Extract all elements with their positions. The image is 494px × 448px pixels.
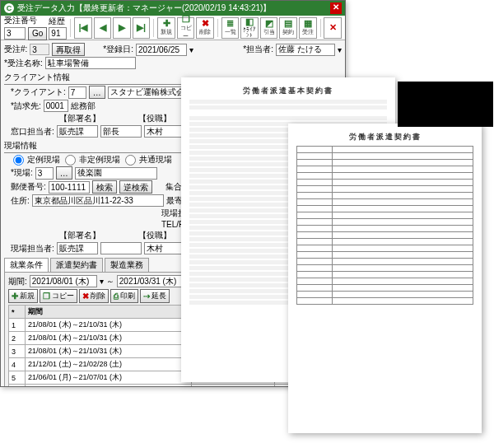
site-no-input[interactable]: [35, 167, 54, 180]
client-label: クライアント:: [11, 86, 66, 98]
table-cell[interactable]: 21/08/01 (木)～21/10/31 (木): [26, 332, 192, 345]
table-cell[interactable]: 6: [9, 385, 26, 387]
site-name-input2[interactable]: [144, 242, 185, 254]
role-col: 【役職】: [138, 113, 171, 124]
billto-label: 請求先:: [11, 100, 41, 112]
manager-label: 担当者:: [243, 44, 273, 55]
extend-icon: ⇢: [143, 292, 150, 301]
site-lookup-button[interactable]: …: [56, 166, 72, 180]
col-period[interactable]: 期間: [26, 306, 192, 319]
billto-no-input[interactable]: [44, 100, 68, 112]
site-name-input[interactable]: [75, 167, 157, 180]
site-type-a-radio[interactable]: [13, 155, 24, 166]
history-label: 経歴: [49, 16, 67, 27]
order-no-label: 受注番号: [4, 15, 47, 26]
client-no-input[interactable]: [68, 86, 86, 99]
table-cell[interactable]: 4: [9, 358, 26, 371]
grid-print-button[interactable]: ⎙印刷: [110, 289, 138, 303]
toolbar-close-button[interactable]: ✕: [324, 17, 342, 39]
contact-role-input[interactable]: [100, 125, 142, 138]
table-cell[interactable]: 2: [9, 332, 26, 345]
zip-search-button[interactable]: 検索: [92, 180, 117, 194]
order-no-value: 3: [30, 44, 49, 55]
dropdown-icon[interactable]: ▾: [338, 45, 342, 54]
site-label: 現場:: [11, 167, 33, 179]
reg-date-label: 登録日:: [103, 44, 133, 55]
nav-next-button[interactable]: ▶: [113, 17, 131, 39]
table-cell[interactable]: 5: [9, 371, 26, 385]
site-dept-col: 【部署名】: [59, 230, 100, 241]
site-type-b-label: 非定例現場: [79, 154, 120, 166]
order-no-input[interactable]: [4, 27, 26, 40]
table-cell[interactable]: 3: [9, 345, 26, 358]
grid-copy-button[interactable]: ❐コピー: [40, 289, 77, 303]
list-button[interactable]: ≣一覧: [221, 17, 240, 39]
site-role-input[interactable]: [100, 242, 142, 254]
calendar-icon-from[interactable]: ▾: [100, 277, 104, 286]
window-close-button[interactable]: ✕: [330, 2, 342, 14]
copy-icon: ❐: [43, 292, 50, 301]
nav-first-button[interactable]: |◀: [74, 17, 92, 39]
nav-last-button[interactable]: ▶|: [133, 17, 151, 39]
plus-icon: ✚: [12, 292, 18, 301]
date-to-input[interactable]: [117, 275, 184, 287]
reg-date-input[interactable]: [136, 44, 187, 56]
table-cell[interactable]: 21/08/01 (木)～21/10/31 (木): [26, 345, 192, 358]
delete-icon: ✖: [82, 292, 89, 301]
addr-input[interactable]: [32, 194, 164, 207]
plus-icon: ✚: [163, 19, 170, 28]
table-cell[interactable]: 1: [9, 319, 26, 332]
site-type-b-radio[interactable]: [65, 155, 76, 166]
grid-new-button[interactable]: ✚新規: [8, 289, 38, 303]
zip-rsearch-button[interactable]: 逆検索: [119, 180, 152, 194]
contact-dept-input[interactable]: [57, 125, 98, 138]
grid-delete-button[interactable]: ✖削除: [79, 289, 109, 303]
table-cell[interactable]: 21/12/01 (土)～21/02/28 (土): [26, 358, 192, 371]
manager-input[interactable]: [276, 44, 335, 56]
black-overlay: [398, 82, 493, 127]
contact-name-input[interactable]: [144, 125, 185, 138]
nearest-label: 最寄: [166, 195, 183, 207]
contract-icon: ▤: [284, 19, 292, 28]
order-button[interactable]: ▦受注: [299, 17, 317, 39]
zip-input[interactable]: [49, 181, 90, 194]
grid-extend-button[interactable]: ⇢延長: [140, 289, 170, 303]
allocate-button[interactable]: ◩引当: [260, 17, 278, 39]
billto-name: 総務部: [71, 100, 96, 112]
tab-contract[interactable]: 派遣契約書: [50, 258, 103, 272]
delete-button[interactable]: ✖削除: [196, 17, 214, 39]
go-button[interactable]: Go: [28, 27, 47, 40]
app-icon: C: [4, 3, 14, 13]
new-button[interactable]: ✚新規: [157, 17, 175, 39]
calendar-icon[interactable]: ▾: [189, 45, 193, 54]
copy-button[interactable]: ❐コピー: [177, 17, 195, 39]
table-cell[interactable]: 21/06/01 (月)～21/07/01 (木): [26, 371, 192, 385]
table-cell[interactable]: 21/08/01 (木)～21/10/31 (木): [26, 319, 192, 332]
history-input[interactable]: [49, 27, 67, 40]
doc2-title: 労働者派遣契約書: [296, 132, 473, 142]
copy-icon: ❐: [182, 15, 190, 24]
order-name-input[interactable]: [45, 57, 136, 69]
delete-icon: ✖: [202, 19, 209, 28]
site-type-c-radio[interactable]: [125, 155, 136, 166]
site-dept-input[interactable]: [57, 242, 98, 254]
col-no[interactable]: *: [9, 306, 26, 319]
client-button[interactable]: ◧ｸﾗｲｱﾝﾄ: [240, 17, 259, 39]
period-label: 期間:: [8, 276, 27, 287]
client-lookup-button[interactable]: …: [89, 86, 105, 99]
nav-prev-icon: ◀: [100, 23, 106, 32]
tab-mfg[interactable]: 製造業務: [105, 258, 149, 272]
table-cell[interactable]: 21/10/10 (土)～21/11/30 (月): [26, 385, 192, 387]
nav-first-icon: |◀: [78, 23, 87, 32]
zip-label: 郵便番号:: [11, 181, 46, 193]
tab-conditions[interactable]: 就業条件: [4, 258, 49, 272]
date-from-input[interactable]: [30, 275, 97, 287]
gather-label: 集合: [165, 181, 182, 193]
allocate-icon: ◩: [265, 19, 273, 28]
nav-prev-button[interactable]: ◀: [94, 17, 112, 39]
table-cell[interactable]: 09:00～18:00: [191, 385, 275, 387]
contract-button[interactable]: ▤契約: [279, 17, 297, 39]
topbar: 受注番号 Go 経歴 |◀ ◀ ▶ ▶| ✚新規 ❐コピー ✖削除 ≣一覧 ◧ｸ…: [1, 16, 345, 40]
reacquire-button[interactable]: 再取得: [52, 43, 85, 56]
order-name-label: 受注名称:: [4, 58, 43, 69]
